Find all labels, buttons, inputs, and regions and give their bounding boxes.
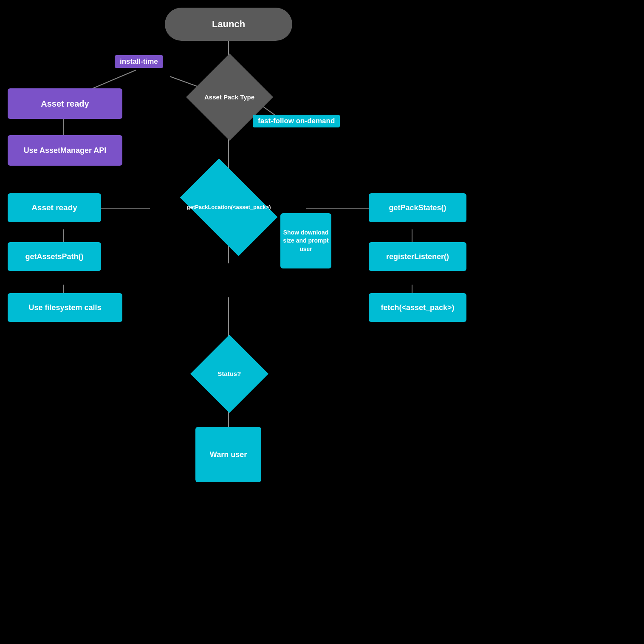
use-asset-manager-node: Use AssetManager API (8, 135, 122, 166)
launch-node: Launch (165, 8, 292, 41)
show-download-node: Show download size and prompt user (280, 213, 331, 268)
status-diamond: Status? (183, 340, 276, 408)
status-label: Status? (215, 367, 243, 380)
warn-user-node: Warn user (195, 427, 261, 482)
asset-ready-1-node: Asset ready (8, 88, 122, 119)
asset-ready-2-node: Asset ready (8, 193, 101, 222)
fetch-node: fetch(<asset_pack>) (369, 293, 466, 322)
install-time-label: install-time (115, 55, 163, 68)
get-pack-location-label: getPackLocation(<asset_pack>) (184, 202, 273, 213)
get-pack-states-node: getPackStates() (369, 193, 466, 222)
asset-pack-type-label: Asset Pack Type (202, 90, 257, 103)
use-filesystem-node: Use filesystem calls (8, 293, 122, 322)
fast-follow-label: fast-follow on-demand (253, 115, 340, 127)
get-assets-path-node: getAssetsPath() (8, 242, 101, 271)
register-listener-node: registerListener() (369, 242, 466, 271)
